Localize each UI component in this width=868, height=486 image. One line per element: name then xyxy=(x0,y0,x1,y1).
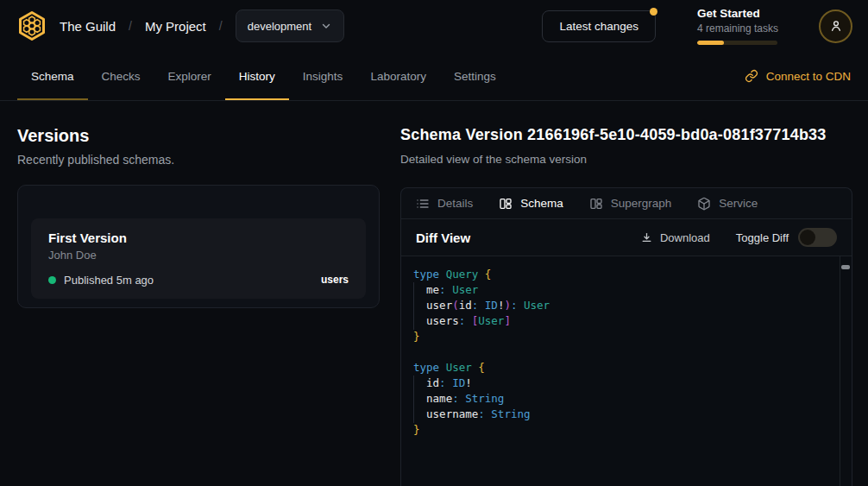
breadcrumb-separator: / xyxy=(129,19,132,33)
version-name: First Version xyxy=(48,230,349,246)
breadcrumb-project[interactable]: My Project xyxy=(145,19,206,34)
toggle-knob xyxy=(800,230,815,245)
toggle-diff-label: Toggle Diff xyxy=(736,231,789,244)
code-block: type Query { me: User user(id: ID!): Use… xyxy=(413,267,831,438)
get-started-subtitle: 4 remaining tasks xyxy=(697,22,777,35)
nav-tab-laboratory[interactable]: Laboratory xyxy=(356,52,440,100)
target-selector-value: development xyxy=(248,20,311,33)
nav-tab-schema[interactable]: Schema xyxy=(17,52,88,100)
chevron-down-icon xyxy=(320,20,332,32)
get-started-title: Get Started xyxy=(697,7,777,20)
scrollbar-thumb[interactable] xyxy=(841,265,850,269)
version-list-item[interactable]: First Version John Doe Published 5m ago … xyxy=(31,218,366,299)
toggle-diff-switch[interactable] xyxy=(798,228,837,247)
diff-actions: Download Toggle Diff xyxy=(640,228,837,247)
tab-details[interactable]: Details xyxy=(416,197,473,211)
link-icon xyxy=(745,69,758,83)
box-icon xyxy=(697,197,711,211)
schema-code-viewer: type Query { me: User user(id: ID!): Use… xyxy=(401,256,852,486)
top-right-cluster: Latest changes Get Started 4 remaining t… xyxy=(542,7,852,45)
nav-tab-explorer[interactable]: Explorer xyxy=(154,52,225,100)
guild-logo-icon[interactable] xyxy=(16,10,47,42)
get-started-widget[interactable]: Get Started 4 remaining tasks xyxy=(697,7,777,45)
user-icon xyxy=(828,18,844,34)
code-line: username: String xyxy=(413,407,831,422)
nav-tab-checks[interactable]: Checks xyxy=(88,52,154,100)
indent-guide xyxy=(413,376,414,423)
progress-bar xyxy=(697,41,777,45)
code-line: id: ID! xyxy=(413,376,831,391)
breadcrumb-separator: / xyxy=(219,19,223,33)
versions-list-card: First Version John Doe Published 5m ago … xyxy=(17,185,380,308)
nav-tab-history[interactable]: History xyxy=(225,52,289,100)
latest-changes-button[interactable]: Latest changes xyxy=(542,10,656,42)
tab-supergraph[interactable]: Supergraph xyxy=(589,197,672,211)
version-detail-title: Schema Version 2166196f-5e10-4059-bd0a-0… xyxy=(400,125,852,144)
app-root: The Guild / My Project / development Lat… xyxy=(0,0,868,486)
code-line: type Query { xyxy=(413,267,831,282)
breadcrumb: The Guild / My Project / xyxy=(60,19,223,34)
nav-tab-insights[interactable]: Insights xyxy=(289,52,357,100)
latest-changes-label: Latest changes xyxy=(559,20,638,33)
code-line: } xyxy=(413,422,831,438)
breadcrumb-org[interactable]: The Guild xyxy=(60,19,116,34)
diff-toolbar: Diff View Download Toggle Diff xyxy=(401,219,852,256)
detail-tabs: Details Schema Supergraph Service xyxy=(401,188,852,219)
tab-service[interactable]: Service xyxy=(697,197,758,211)
code-line: type User { xyxy=(413,360,831,376)
version-meta-row: Published 5m ago users xyxy=(48,273,349,287)
download-icon xyxy=(640,231,653,244)
code-line: users: [User] xyxy=(413,313,831,329)
avatar-button[interactable] xyxy=(819,9,852,43)
download-button[interactable]: Download xyxy=(640,231,710,244)
versions-subtitle: Recently published schemas. xyxy=(17,153,380,167)
nav-tab-settings[interactable]: Settings xyxy=(440,52,510,100)
code-line: } xyxy=(413,329,831,344)
tab-schema[interactable]: Schema xyxy=(499,197,563,211)
version-detail-subtitle: Detailed view of the schema version xyxy=(400,152,852,167)
version-author: John Doe xyxy=(48,249,349,262)
service-badge: users xyxy=(321,274,349,286)
columns-icon xyxy=(589,197,603,211)
main-nav: Schema Checks Explorer History Insights … xyxy=(0,52,868,101)
version-status: Published 5m ago xyxy=(64,274,154,287)
scrollbar-track xyxy=(840,256,840,486)
code-line: name: String xyxy=(413,391,831,407)
version-detail-section: Schema Version 2166196f-5e10-4059-bd0a-0… xyxy=(400,125,852,486)
connect-to-cdn-link[interactable]: Connect to CDN xyxy=(745,52,851,100)
versions-section: Versions Recently published schemas. Fir… xyxy=(17,125,380,486)
version-detail-panel: Details Schema Supergraph Service xyxy=(400,187,852,486)
code-line xyxy=(413,344,831,360)
top-bar: The Guild / My Project / development Lat… xyxy=(0,0,868,52)
code-line: user(id: ID!): User xyxy=(413,298,831,313)
columns-icon xyxy=(499,197,513,211)
versions-title: Versions xyxy=(17,125,380,146)
main-content: Versions Recently published schemas. Fir… xyxy=(0,101,868,486)
code-line: me: User xyxy=(413,282,831,298)
indent-guide xyxy=(413,282,414,330)
progress-fill xyxy=(697,41,724,45)
list-icon xyxy=(416,197,430,211)
target-selector[interactable]: development xyxy=(236,9,344,42)
notification-dot-icon xyxy=(650,8,657,16)
published-status-dot-icon xyxy=(48,276,56,284)
diff-view-title: Diff View xyxy=(416,230,470,245)
